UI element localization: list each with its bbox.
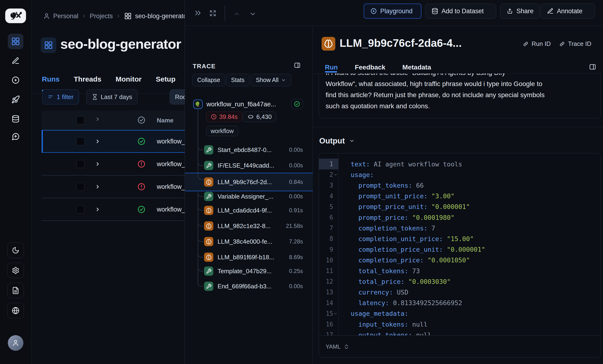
database-icon: [431, 8, 438, 14]
code-line[interactable]: 10 completion_price: "0.0001050": [319, 255, 600, 266]
code-line[interactable]: 15usage_metadata:: [319, 308, 600, 319]
token-coin-icon: [247, 114, 254, 120]
row-checkbox[interactable]: [76, 160, 84, 168]
tab-setup[interactable]: Setup: [156, 75, 175, 83]
run-name[interactable]: workflow_run_446cb0d: [157, 160, 185, 168]
table-row[interactable]: workflow_run_446cb0d: [42, 153, 185, 175]
share-button[interactable]: Share: [500, 3, 540, 19]
trace-node-llm[interactable]: LLM_b891f69f-b18...8.69s: [185, 250, 313, 264]
collapse-button[interactable]: Collapse: [192, 74, 225, 86]
tab-feedback[interactable]: Feedback: [355, 64, 385, 71]
sidebar-item-deploy[interactable]: [8, 92, 23, 107]
trace-node-tool[interactable]: Variable Assigner_...0.00s: [185, 190, 313, 203]
code-line[interactable]: 8 completion_unit_price: "15.00": [319, 233, 600, 244]
trace-node-llm[interactable]: LLM_9b9c76cf-2d...0.84s: [185, 173, 313, 191]
sidebar-item-apps[interactable]: [8, 34, 23, 49]
run-name[interactable]: workflow_run_588e02a: [157, 183, 185, 190]
expand-row-icon[interactable]: [95, 184, 101, 190]
sidebar-item-feedback[interactable]: [8, 129, 23, 144]
code-line[interactable]: 13 currency: USD: [319, 287, 600, 297]
trace-node-tool[interactable]: Start_ebdc8487-0...0.00s: [185, 143, 313, 157]
fold-chevron-icon[interactable]: [334, 173, 337, 177]
breadcrumb-personal[interactable]: Personal: [53, 12, 79, 20]
row-checkbox[interactable]: [76, 183, 84, 191]
expand-row-icon[interactable]: [95, 138, 101, 144]
code-line[interactable]: 11 total_tokens: 73: [319, 265, 600, 276]
run-id-link[interactable]: Run ID: [522, 40, 551, 47]
input-text-scroll-area[interactable]: If i want to search the article "Buildin…: [313, 73, 603, 118]
tab-monitor[interactable]: Monitor: [116, 75, 142, 83]
table-row[interactable]: workflow_run_db4ab9e: [42, 198, 185, 221]
run-name[interactable]: workflow_run_db4ab9e: [157, 206, 185, 213]
filter-button[interactable]: 1 filter: [42, 89, 79, 104]
line-number: 1: [319, 159, 338, 170]
tab-run[interactable]: Run: [325, 64, 338, 71]
code-line[interactable]: 7 completion_tokens: 7: [319, 223, 600, 234]
run-type-segmented-control[interactable]: Root Runs LLM Calls: [170, 89, 185, 104]
annotate-button[interactable]: Annotate: [541, 3, 595, 19]
show-all-dropdown[interactable]: Show All: [251, 74, 291, 86]
select-all-checkbox[interactable]: [76, 116, 84, 124]
trace-node-llm[interactable]: LLM_38c4e000-fe...7.28s: [185, 235, 313, 248]
code-line[interactable]: 12 total_price: "0.0003030": [319, 276, 600, 287]
run-name[interactable]: workflow_run_f6a47ae: [157, 138, 185, 145]
fold-chevron-icon[interactable]: [334, 312, 337, 316]
settings-button[interactable]: [7, 262, 24, 278]
code-language-selector[interactable]: YAML: [319, 335, 600, 358]
expand-row-icon[interactable]: [95, 206, 101, 212]
add-to-dataset-button[interactable]: Add to Dataset: [425, 3, 496, 19]
docs-button[interactable]: [7, 283, 24, 298]
name-column-header[interactable]: Name: [157, 117, 174, 124]
code-line[interactable]: 17 output_tokens: null: [319, 330, 600, 335]
code-line[interactable]: 4 prompt_unit_price: "3.00": [319, 191, 600, 202]
table-row[interactable]: workflow_run_f6a47ae: [42, 130, 185, 153]
columns-icon[interactable]: [294, 62, 301, 69]
trace-node-tool[interactable]: Template_047b29...0.25s: [185, 264, 313, 278]
breadcrumb-projects[interactable]: Projects: [90, 12, 113, 20]
code-line[interactable]: 16 input_tokens: null: [319, 319, 600, 330]
theme-toggle-button[interactable]: [7, 242, 24, 258]
code-editor[interactable]: 1text: AI agent workflow tools2usage:3 p…: [319, 153, 600, 335]
trace-id-link[interactable]: Trace ID: [559, 40, 591, 47]
chevron-up-icon[interactable]: [233, 11, 240, 18]
sidebar-item-datasets[interactable]: [8, 111, 23, 127]
code-line[interactable]: 5 prompt_price_unit: "0.000001": [319, 201, 600, 212]
code-line[interactable]: 14 latency: 0.8133492525666952: [319, 297, 600, 308]
expand-icon[interactable]: [209, 10, 217, 17]
code-line[interactable]: 3 prompt_tokens: 66: [319, 180, 600, 191]
segment-root-runs[interactable]: Root Runs: [170, 90, 185, 104]
row-checkbox[interactable]: [76, 137, 84, 145]
user-avatar[interactable]: [8, 335, 23, 351]
tab-metadata[interactable]: Metadata: [403, 64, 431, 71]
code-line[interactable]: 9 completion_price_unit: "0.000001": [319, 244, 600, 255]
breadcrumb-project[interactable]: seo-blog-generator: [135, 12, 185, 20]
line-number: 17: [319, 330, 338, 335]
output-section-header[interactable]: Output: [319, 136, 355, 145]
trace-root-name: workflow_run_f6a47ae...: [207, 101, 276, 108]
playground-button[interactable]: Playground: [364, 3, 421, 19]
app-logo[interactable]: [5, 9, 26, 23]
trace-node-llm[interactable]: LLM_cda6dcd4-9f...0.91s: [185, 204, 313, 217]
tab-runs[interactable]: Runs: [42, 75, 60, 83]
trace-node-llm[interactable]: LLM_982c1e32-8...21.58s: [185, 219, 313, 233]
trace-root-node[interactable]: workflow_run_f6a47ae...: [185, 97, 313, 112]
sidebar-item-edit[interactable]: [8, 53, 23, 68]
chevron-right-icon[interactable]: [95, 116, 101, 122]
code-line[interactable]: 6 prompt_price: "0.0001980": [319, 212, 600, 223]
columns-icon[interactable]: [589, 63, 596, 71]
chevron-down-icon[interactable]: [249, 11, 256, 18]
sidebar-item-runs[interactable]: [8, 72, 23, 88]
date-range-button[interactable]: Last 7 days: [86, 89, 138, 104]
code-line[interactable]: 1text: AI agent workflow tools: [319, 159, 600, 170]
row-checkbox[interactable]: [76, 205, 84, 214]
website-button[interactable]: [7, 303, 24, 318]
tab-threads[interactable]: Threads: [74, 75, 102, 83]
collapse-drawer-icon[interactable]: [193, 9, 202, 18]
expand-row-icon[interactable]: [95, 161, 101, 167]
table-row[interactable]: workflow_run_588e02a: [42, 175, 185, 198]
stats-button[interactable]: Stats: [226, 74, 249, 86]
trace-node-tool[interactable]: IF/ELSE_f449cadd...0.00s: [185, 159, 313, 172]
line-number: 13: [319, 287, 338, 297]
code-line[interactable]: 2usage:: [319, 169, 600, 180]
trace-node-tool[interactable]: End_669f66ad-b3...0.00s: [185, 280, 313, 293]
